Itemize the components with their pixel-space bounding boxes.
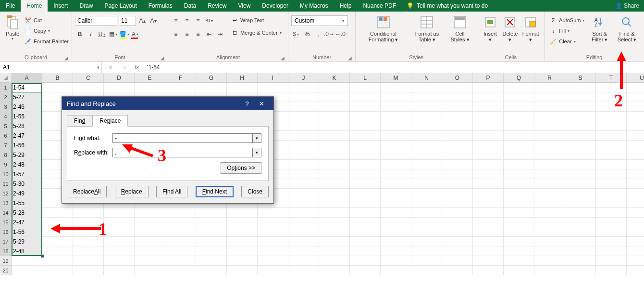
cell-M7[interactable] — [381, 141, 411, 150]
cell-J13[interactable] — [288, 198, 319, 208]
row-header-9[interactable]: 9 — [0, 160, 12, 169]
cell-U7[interactable] — [627, 141, 644, 150]
number-launcher[interactable]: ◢ — [347, 55, 352, 60]
cell-S12[interactable] — [565, 189, 596, 198]
cell-N17[interactable] — [411, 237, 442, 246]
cell-M1[interactable] — [381, 83, 411, 92]
cell-C1[interactable] — [73, 83, 104, 92]
cell-U15[interactable] — [627, 218, 644, 227]
cell-J6[interactable] — [288, 131, 319, 141]
cell-J12[interactable] — [288, 189, 319, 198]
cell-N3[interactable] — [411, 102, 442, 112]
tab-view[interactable]: View — [233, 0, 257, 12]
replace-all-button[interactable]: Replace All — [67, 186, 107, 197]
cell-A8[interactable]: 5-29 — [12, 150, 42, 160]
cell-T16[interactable] — [596, 227, 627, 237]
cell-S11[interactable] — [565, 179, 596, 189]
cell-T19[interactable] — [596, 256, 627, 266]
cell-B16[interactable] — [42, 227, 73, 237]
dialog-tab-find[interactable]: Find — [67, 115, 92, 127]
cell-R17[interactable] — [534, 237, 565, 246]
replace-with-input[interactable] — [112, 148, 253, 157]
confirm-edit-button[interactable]: ✓ — [120, 63, 130, 72]
cell-K9[interactable] — [319, 160, 350, 169]
align-center-button[interactable]: ≡ — [182, 29, 192, 39]
cell-B17[interactable] — [42, 237, 73, 246]
cell-L5[interactable] — [350, 121, 381, 131]
cell-A17[interactable]: 5-29 — [12, 237, 42, 246]
cell-A7[interactable]: 1-56 — [12, 141, 42, 150]
cell-E17[interactable] — [135, 237, 165, 246]
cell-F1[interactable] — [165, 83, 196, 92]
cell-J17[interactable] — [288, 237, 319, 246]
cell-Q7[interactable] — [504, 141, 534, 150]
cell-O4[interactable] — [442, 112, 473, 121]
find-what-dropdown[interactable]: ▾ — [253, 133, 261, 143]
cell-J14[interactable] — [288, 208, 319, 218]
row-header-11[interactable]: 11 — [0, 179, 12, 189]
tab-home[interactable]: Home — [21, 0, 48, 12]
column-header-J[interactable]: J — [288, 73, 319, 83]
cell-U8[interactable] — [627, 150, 644, 160]
cell-G1[interactable] — [196, 83, 227, 92]
decrease-font-button[interactable]: A▾ — [149, 16, 158, 26]
cell-L4[interactable] — [350, 112, 381, 121]
cell-N16[interactable] — [411, 227, 442, 237]
orientation-button[interactable]: ⟲ — [204, 16, 214, 26]
cell-N2[interactable] — [411, 92, 442, 102]
cell-T1[interactable] — [596, 83, 627, 92]
cell-P8[interactable] — [473, 150, 504, 160]
cell-E14[interactable] — [135, 208, 165, 218]
cell-C16[interactable] — [73, 227, 104, 237]
cell-P15[interactable] — [473, 218, 504, 227]
cell-M2[interactable] — [381, 92, 411, 102]
cell-T20[interactable] — [596, 266, 627, 275]
cell-J8[interactable] — [288, 150, 319, 160]
cell-O5[interactable] — [442, 121, 473, 131]
cell-P9[interactable] — [473, 160, 504, 169]
cancel-edit-button[interactable]: ✕ — [106, 63, 115, 72]
cell-M16[interactable] — [381, 227, 411, 237]
tab-file[interactable]: File — [0, 0, 21, 12]
cell-A5[interactable]: 5-28 — [12, 121, 42, 131]
row-header-3[interactable]: 3 — [0, 102, 12, 112]
cell-P16[interactable] — [473, 227, 504, 237]
cell-M8[interactable] — [381, 150, 411, 160]
cell-I20[interactable] — [258, 266, 288, 275]
cell-K12[interactable] — [319, 189, 350, 198]
cell-J19[interactable] — [288, 256, 319, 266]
cell-A19[interactable] — [12, 256, 42, 266]
cell-L12[interactable] — [350, 189, 381, 198]
cell-H14[interactable] — [227, 208, 258, 218]
cell-O16[interactable] — [442, 227, 473, 237]
cell-N12[interactable] — [411, 189, 442, 198]
wrap-text-button[interactable]: ↩Wrap Text — [229, 15, 284, 25]
cell-A3[interactable]: 2-46 — [12, 102, 42, 112]
cell-J20[interactable] — [288, 266, 319, 275]
cell-Q11[interactable] — [504, 179, 534, 189]
align-right-button[interactable]: ≡ — [193, 29, 203, 39]
cell-K7[interactable] — [319, 141, 350, 150]
column-header-P[interactable]: P — [473, 73, 504, 83]
cell-R19[interactable] — [534, 256, 565, 266]
cell-P7[interactable] — [473, 141, 504, 150]
tab-review[interactable]: Review — [202, 0, 232, 12]
cell-R9[interactable] — [534, 160, 565, 169]
cell-P19[interactable] — [473, 256, 504, 266]
cell-H19[interactable] — [227, 256, 258, 266]
cell-I14[interactable] — [258, 208, 288, 218]
cell-C20[interactable] — [73, 266, 104, 275]
row-header-10[interactable]: 10 — [0, 169, 12, 179]
cell-O19[interactable] — [442, 256, 473, 266]
cell-D20[interactable] — [104, 266, 135, 275]
cell-N4[interactable] — [411, 112, 442, 121]
cell-P1[interactable] — [473, 83, 504, 92]
cell-A4[interactable]: 1-55 — [12, 112, 42, 121]
share-button[interactable]: 👤 Share — [610, 0, 644, 12]
cell-U17[interactable] — [627, 237, 644, 246]
cell-E20[interactable] — [135, 266, 165, 275]
row-header-18[interactable]: 18 — [0, 246, 12, 256]
cell-O15[interactable] — [442, 218, 473, 227]
cell-A1[interactable]: 1-54 — [12, 83, 42, 92]
cell-T5[interactable] — [596, 121, 627, 131]
